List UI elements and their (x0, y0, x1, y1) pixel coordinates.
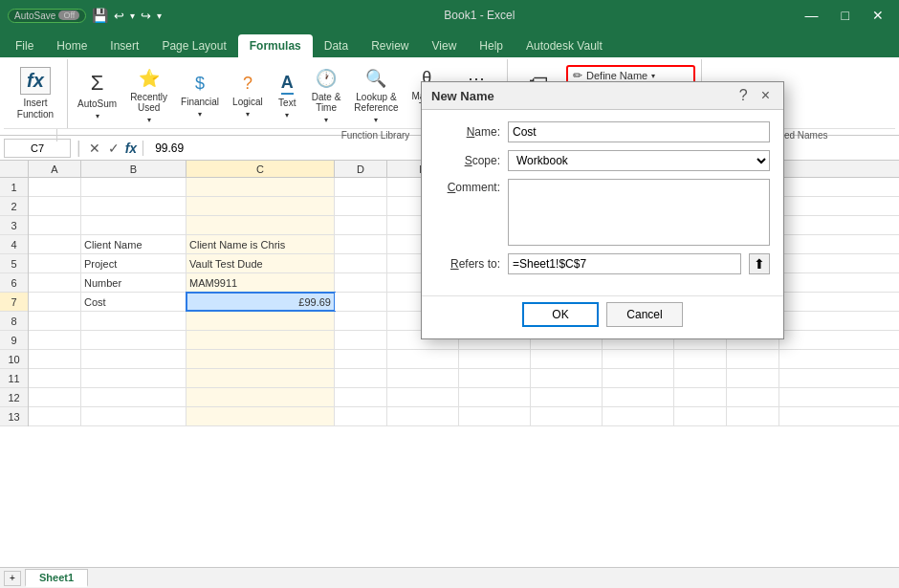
cell-i10[interactable] (674, 350, 727, 368)
cell-a8[interactable] (29, 312, 81, 330)
cell-i13[interactable] (674, 407, 727, 425)
cell-b8[interactable] (81, 312, 186, 330)
dialog-name-input[interactable] (508, 121, 770, 142)
cell-i12[interactable] (674, 388, 727, 406)
cell-c1[interactable] (186, 178, 335, 196)
row-num-2[interactable]: 2 (0, 197, 28, 216)
cell-c4[interactable]: Client Name is Chris (186, 235, 335, 253)
cell-a10[interactable] (29, 350, 81, 368)
cell-f12[interactable] (459, 388, 531, 406)
cell-j10[interactable] (727, 350, 779, 368)
cell-b2[interactable] (81, 197, 186, 215)
col-header-d[interactable]: D (335, 161, 387, 177)
undo-dropdown-icon[interactable]: ▾ (130, 11, 135, 21)
row-num-13[interactable]: 13 (0, 407, 28, 426)
cell-c5[interactable]: Vault Test Dude (186, 254, 335, 272)
cell-d12[interactable] (335, 388, 387, 406)
cell-c6[interactable]: MAM9911 (186, 273, 335, 292)
dialog-refers-input[interactable] (508, 253, 741, 274)
cell-c10[interactable] (186, 350, 335, 368)
cell-b6[interactable]: Number (81, 273, 186, 292)
dialog-comment-textarea[interactable] (508, 179, 770, 246)
cell-a11[interactable] (29, 369, 81, 387)
row-num-9[interactable]: 9 (0, 331, 28, 350)
tab-help[interactable]: Help (468, 34, 515, 57)
cell-b3[interactable] (81, 216, 186, 234)
cell-g10[interactable] (531, 350, 603, 368)
cell-e13[interactable] (387, 407, 459, 425)
cell-a1[interactable] (29, 178, 81, 196)
cell-c9[interactable] (186, 331, 335, 349)
cell-d3[interactable] (335, 216, 387, 234)
save-icon[interactable]: 💾 (92, 8, 108, 23)
row-num-8[interactable]: 8 (0, 312, 28, 331)
text-button[interactable]: A Text ▾ (271, 69, 304, 123)
cell-a13[interactable] (29, 407, 81, 425)
cell-d1[interactable] (335, 178, 387, 196)
dialog-range-selector-button[interactable]: ⬆ (749, 253, 770, 274)
cell-j11[interactable] (727, 369, 779, 387)
cell-c7[interactable]: £99.69 (186, 293, 335, 311)
cell-d2[interactable] (335, 197, 387, 215)
col-header-b[interactable]: B (81, 161, 186, 177)
row-num-3[interactable]: 3 (0, 216, 28, 235)
cell-b11[interactable] (81, 369, 186, 387)
row-num-6[interactable]: 6 (0, 273, 28, 293)
cell-d5[interactable] (335, 254, 387, 272)
row-num-11[interactable]: 11 (0, 369, 28, 388)
cell-a9[interactable] (29, 331, 81, 349)
cell-d9[interactable] (335, 331, 387, 349)
cell-c11[interactable] (186, 369, 335, 387)
cell-e11[interactable] (387, 369, 459, 387)
lookup-ref-button[interactable]: 🔍 Lookup &Reference ▾ (348, 64, 404, 128)
dialog-scope-select[interactable]: Workbook Sheet1 (508, 150, 770, 171)
maximize-button[interactable]: □ (834, 6, 857, 25)
row-num-5[interactable]: 5 (0, 254, 28, 273)
sheet-tab-sheet1[interactable]: Sheet1 (25, 569, 88, 587)
cell-a7[interactable] (29, 293, 81, 311)
cell-b10[interactable] (81, 350, 186, 368)
cell-b9[interactable] (81, 331, 186, 349)
dialog-close-button[interactable]: × (757, 88, 774, 103)
cell-f10[interactable] (459, 350, 531, 368)
financial-button[interactable]: $ Financial ▾ (175, 70, 225, 122)
cell-d11[interactable] (335, 369, 387, 387)
cell-j12[interactable] (727, 388, 779, 406)
tab-page-layout[interactable]: Page Layout (150, 34, 237, 57)
cell-h13[interactable] (603, 407, 674, 425)
cell-a2[interactable] (29, 197, 81, 215)
recently-used-button[interactable]: ⭐ RecentlyUsed ▾ (124, 64, 173, 128)
row-num-1[interactable]: 1 (0, 178, 28, 197)
dialog-ok-button[interactable]: OK (522, 302, 599, 327)
cell-b12[interactable] (81, 388, 186, 406)
cell-a5[interactable] (29, 254, 81, 272)
cell-c13[interactable] (186, 407, 335, 425)
add-sheet-button[interactable]: + (4, 571, 21, 586)
cell-d10[interactable] (335, 350, 387, 368)
date-time-button[interactable]: 🕐 Date &Time ▾ (306, 64, 347, 128)
cell-i11[interactable] (674, 369, 727, 387)
cell-a4[interactable] (29, 235, 81, 253)
tab-data[interactable]: Data (313, 34, 360, 57)
dialog-help-button[interactable]: ? (735, 88, 752, 103)
cell-d7[interactable] (335, 293, 387, 311)
cell-h10[interactable] (603, 350, 674, 368)
cell-c8[interactable] (186, 312, 335, 330)
cell-d6[interactable] (335, 273, 387, 292)
cell-h12[interactable] (603, 388, 674, 406)
close-button[interactable]: ✕ (865, 6, 891, 25)
cell-c2[interactable] (186, 197, 335, 215)
cell-b4[interactable]: Client Name (81, 235, 186, 253)
autosum-button[interactable]: Σ AutoSum ▾ (72, 67, 122, 124)
cell-c12[interactable] (186, 388, 335, 406)
cell-h11[interactable] (603, 369, 674, 387)
cell-a6[interactable] (29, 273, 81, 292)
col-header-c[interactable]: C (186, 161, 335, 177)
customize-icon[interactable]: ▾ (157, 11, 162, 21)
tab-formulas[interactable]: Formulas (238, 34, 313, 57)
col-header-a[interactable]: A (29, 161, 81, 177)
row-num-7[interactable]: 7 (0, 293, 28, 312)
undo-icon[interactable]: ↩ (114, 9, 124, 23)
row-num-4[interactable]: 4 (0, 235, 28, 254)
cell-d8[interactable] (335, 312, 387, 330)
